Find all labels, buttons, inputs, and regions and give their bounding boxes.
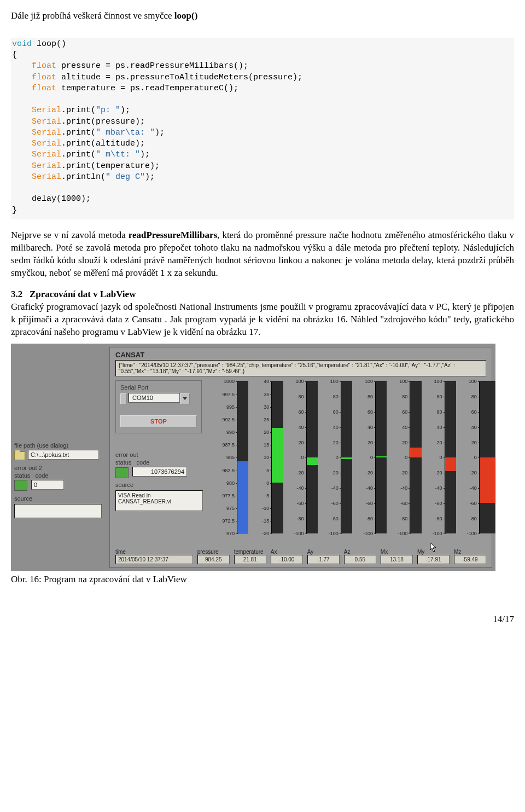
left-source-label: source — [14, 495, 102, 502]
p1a: Nejprve se v ní zavolá metoda — [11, 230, 129, 240]
folder-icon[interactable] — [14, 451, 25, 460]
serial-port-select[interactable]: COM10 — [129, 393, 180, 403]
intro-text: Dále již probíhá veškerá činnost ve smyč… — [11, 10, 514, 22]
log-output: {"time" : "2014/05/10 12:37:37","pressur… — [115, 360, 486, 376]
p1b: readPressureMillibars — [129, 230, 217, 240]
error-out-2-label: error out 2 — [14, 465, 102, 471]
left-code-value[interactable]: 0 — [31, 480, 64, 490]
error-code-field[interactable]: 1073676294 — [132, 467, 187, 477]
gauge-pressure: 1000997.5995992.5990987.5985982.5980977.… — [214, 381, 244, 542]
error-out-label: error out — [115, 451, 203, 458]
time-value: 2014/05/10 12:37:37 — [115, 555, 193, 564]
gauge-Mx: 100806040200-20-40-60-80-100 — [387, 381, 417, 542]
labview-main: CANSAT {"time" : "2014/05/10 12:37:37","… — [109, 347, 492, 568]
intro-bold: loop() — [174, 10, 198, 21]
serial-port-label: Serial Port — [120, 384, 197, 391]
file-path-input[interactable]: C:\...\pokus.txt — [28, 450, 99, 460]
field-temperature: temperature21.81 — [234, 549, 266, 564]
code-block: void loop() { float pressure = ps.readPr… — [11, 38, 514, 219]
gauge-Ax: 100806040200-20-40-60-80-100 — [283, 381, 313, 542]
paragraph-1: Nejprve se v ní zavolá metoda readPressu… — [11, 229, 514, 280]
time-label: time — [115, 549, 193, 555]
intro-span: Dále již probíhá veškerá činnost ve smyč… — [11, 10, 174, 21]
field-Ay: Ay-1.77 — [307, 549, 340, 564]
field-Mz: Mz-59.49 — [454, 549, 486, 564]
left-side-panel: file path (use dialog) C:\...\pokus.txt … — [14, 442, 102, 522]
left-code-label: code — [36, 472, 49, 479]
gauge-Ay: 100806040200-20-40-60-80-100 — [318, 381, 348, 542]
file-path-label: file path (use dialog) — [14, 442, 102, 449]
field-Mx: Mx13.18 — [381, 549, 413, 564]
source-label: source — [115, 482, 203, 488]
gauge-My: 100806040200-20-40-60-80-100 — [422, 381, 452, 542]
gauge-Mz: 100806040200-20-40-60-80-100 — [456, 381, 486, 542]
gauge-row: 1000997.5995992.5990987.5985982.5980977.… — [214, 381, 486, 542]
left-source-field[interactable] — [14, 504, 102, 518]
serial-scroll-icon[interactable] — [120, 393, 127, 404]
serial-port-box: Serial Port COM10 STOP — [115, 380, 202, 433]
gauge-Az: 100806040200-20-40-60-80-100 — [352, 381, 382, 542]
figure-caption: Obr. 16: Program na zpracování dat v Lab… — [11, 573, 514, 586]
status-label: status — [115, 459, 131, 466]
section-heading: 3.2 Zpracování dat v LabView Grafický pr… — [11, 288, 514, 339]
field-Ax: Ax-10.00 — [271, 549, 303, 564]
field-pressure: pressure984.25 — [197, 549, 230, 564]
field-Az: Az0.55 — [344, 549, 376, 564]
page-number: 14/17 — [11, 613, 514, 626]
left-status-label: status — [14, 472, 30, 479]
status-indicator — [115, 467, 129, 478]
section-number: 3.2 — [11, 289, 22, 299]
section-title: Zpracování dat v LabView — [30, 289, 136, 299]
code-label: code — [137, 459, 150, 466]
field-My: My-17.91 — [417, 549, 450, 564]
labview-panel: file path (use dialog) C:\...\pokus.txt … — [11, 344, 495, 571]
error-out-box: error out status code 1073676294 source … — [115, 451, 203, 511]
stop-button[interactable]: STOP — [120, 415, 197, 427]
paragraph-2: Grafický programovací jazyk od společnos… — [11, 301, 514, 337]
bottom-value-row: time2014/05/10 12:37:37pressure984.25tem… — [115, 549, 486, 564]
source-field[interactable]: VISA Read in CANSAT_READER.vi — [115, 490, 203, 511]
cansat-title: CANSAT — [115, 351, 486, 359]
chevron-down-icon[interactable] — [180, 393, 190, 404]
status-indicator-left — [14, 480, 27, 491]
gauge-temperature: 4035302520151050-5-10-15-20 — [248, 381, 278, 542]
